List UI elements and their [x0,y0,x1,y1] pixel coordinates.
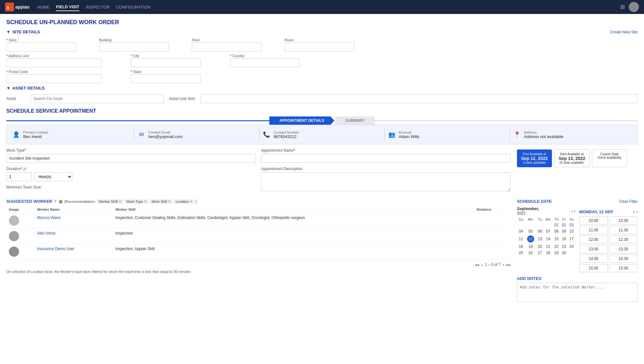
time-next-button[interactable]: › [636,209,638,215]
time-prev-button[interactable]: ‹ [633,209,634,215]
country-input[interactable] [230,58,300,67]
calendar-day-cell[interactable]: 09 [560,228,568,235]
remove-work-skill-filter[interactable]: ✕ [168,200,171,203]
time-slot-right-1[interactable]: 11.30 [609,226,638,234]
postal-code-label: * Postal Code [6,70,102,74]
calendar-day-cell[interactable]: 30 [560,250,568,256]
page-next-button[interactable]: › [503,262,504,267]
add-notes-textarea[interactable] [517,283,638,302]
calendar-day-cell[interactable]: 05 [525,228,536,235]
remove-worker-shift-filter[interactable]: ✕ [119,200,121,203]
calendar-prev-button[interactable]: ‹ [571,208,573,214]
calendar-day-cell[interactable]: 16 [560,235,568,243]
calendar-day-cell[interactable]: 08 [553,228,560,235]
nav-home[interactable]: HOME [37,3,50,11]
next-available-card[interactable]: Next Available at Sep 13, 2022 15 slots … [554,149,589,167]
time-slot-left-2[interactable]: 12.00 [579,235,608,244]
state-input[interactable] [131,74,201,83]
floor-input[interactable] [192,43,262,51]
time-slot-left-5[interactable]: 15.00 [579,264,608,272]
contact-number-details: Contact Number 9876543212 [273,130,299,139]
asset-details-title[interactable]: ▼ ASSET DETAILS [6,86,44,90]
city-input[interactable] [131,58,201,67]
grid-icon[interactable]: ⊞ [620,3,625,10]
calendar-day-cell[interactable]: 15 [553,235,560,243]
remove-location-filter[interactable]: ✕ [190,200,192,203]
calendar-day-cell[interactable]: 01 [553,222,560,228]
clear-filter-link[interactable]: Clear Filter [619,199,638,204]
postal-code-input[interactable] [6,74,102,83]
nav-inspector[interactable]: INSPECTOR [86,3,110,11]
calendar-next-button[interactable]: › [574,208,575,214]
page-prev-button[interactable]: ‹ [481,262,483,267]
worker-avatar-cell-1 [6,228,35,244]
calendar-day-cell[interactable]: 02 [560,222,568,228]
calendar-day-cell[interactable]: 20 [536,243,544,250]
custom-date-card[interactable]: Custom Date check availability [592,149,627,167]
address-line-input[interactable] [6,58,102,67]
sites-input[interactable] [6,43,76,51]
calendar-day-cell[interactable]: 13 [536,235,544,243]
user-avatar[interactable] [629,2,639,12]
appointment-description-textarea[interactable] [261,172,511,191]
time-slot-right-4[interactable]: 14.30 [609,255,638,263]
page-last-button[interactable]: »» [506,262,511,267]
time-slot-left-1[interactable]: 11.00 [579,226,608,234]
calendar-day-cell[interactable]: 03 [568,222,575,228]
calendar-day-cell[interactable]: 17 [568,235,575,243]
calendar-day-cell[interactable]: 18 [517,243,525,250]
help-icon[interactable]: ? [54,199,56,204]
calendar-day-cell[interactable]: 10 [568,228,575,235]
calendar-day-cell[interactable]: 12 [525,235,536,243]
calendar-day-cell[interactable]: 07 [544,228,553,235]
asset-search-input[interactable] [30,94,164,103]
time-slot-right-0[interactable]: 10.30 [609,216,638,225]
site-details-title[interactable]: ▼ SITE DETAILS [6,30,40,34]
calendar-day-cell[interactable]: 19 [525,243,536,250]
remove-work-type-filter[interactable]: ✕ [144,200,146,203]
calendar-day-cell[interactable]: 28 [544,250,553,256]
building-label: Building [99,38,169,42]
calendar-day-cell[interactable]: 06 [536,228,544,235]
building-input[interactable] [99,43,169,51]
calendar-day-cell[interactable]: 14 [544,235,553,243]
filter-work-type: Work Type ✕ [124,199,148,204]
asset-line-item-input[interactable] [200,94,638,103]
contact-number-item: 📞 Contact Number 9876543212 [262,130,382,139]
page-first-button[interactable]: «« [475,262,480,267]
calendar-day-cell[interactable]: 27 [536,250,544,256]
calendar-day-cell[interactable]: 26 [525,250,536,256]
duration-unit-select[interactable]: Hour(s) Day(s) Minute(s) [34,172,72,181]
time-slot-right-3[interactable]: 13.30 [609,245,638,253]
appointment-name-input[interactable] [261,154,511,163]
nav-field-visit[interactable]: FIELD VISIT [56,3,79,11]
worker-name-link-1[interactable]: Alex Virtue [37,231,56,235]
worker-name-link-0[interactable]: Marcus Wane [37,215,61,220]
time-slot-right-2[interactable]: 12.30 [609,235,638,244]
calendar-day-cell[interactable]: 21 [544,243,553,250]
time-slot-right-5[interactable]: 15.30 [609,264,638,272]
filter-icon[interactable]: ▦ [59,199,63,204]
calendar-day-cell[interactable]: 25 [517,250,525,256]
create-new-site-link[interactable]: Create New Site [610,30,638,34]
address-details: Address Address not available [524,130,563,139]
calendar-day-cell[interactable]: 29 [553,250,560,256]
time-slot-left-4[interactable]: 14.00 [579,255,608,263]
time-header: MONDAY, 12 SEP ‹ › [579,209,638,215]
calendar-day-cell[interactable]: 24 [568,243,575,250]
first-available-card[interactable]: First Available at Sep 12, 2022 5 slots … [517,149,552,167]
worker-avatar-0 [9,215,19,226]
tab-appointment-details[interactable]: APPOINTMENT DETAILS [269,116,334,125]
calendar-day-cell[interactable]: 22 [553,243,560,250]
calendar-day-cell[interactable]: 11 [517,235,525,243]
calendar-day-cell[interactable]: 04 [517,228,525,235]
duration-number-input[interactable] [6,172,32,181]
time-slot-left-3[interactable]: 13.00 [579,245,608,253]
time-slot-left-0[interactable]: 10.00 [579,216,608,225]
calendar-day-cell[interactable]: 23 [560,243,568,250]
room-input[interactable] [285,43,354,51]
worker-name-link-2[interactable]: Insurance Demo User [37,247,74,251]
tab-summary[interactable]: SUMMARY [335,116,375,125]
nav-configuration[interactable]: CONFIGURATION [116,3,150,11]
schedule-service-title: SCHEDULE SERVICE APPOINTMENT [6,108,638,114]
